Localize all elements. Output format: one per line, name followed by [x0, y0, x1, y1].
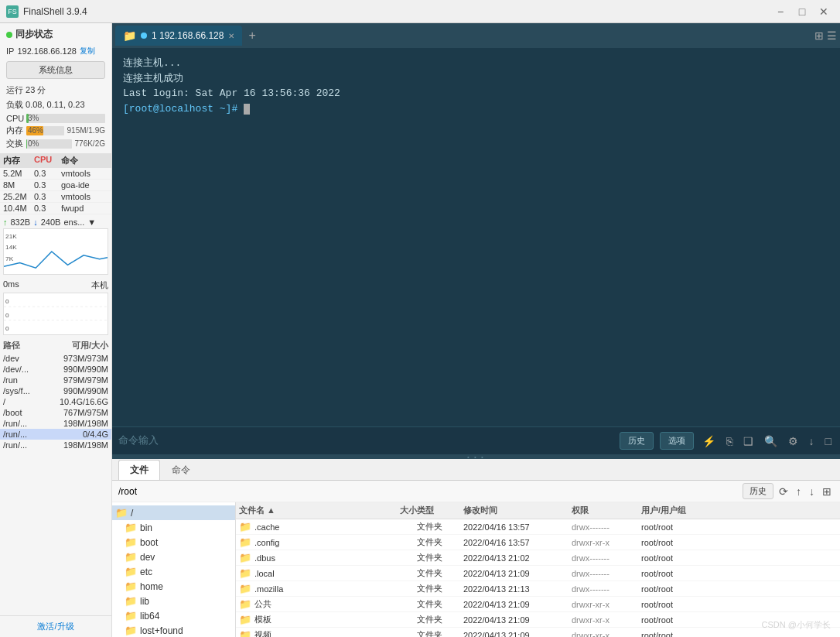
disk-row[interactable]: /boot767M/975M	[0, 407, 111, 418]
disk-size: 10.4G/16.6G	[50, 397, 108, 406]
process-row[interactable]: 25.2M 0.3 vmtools	[0, 191, 111, 203]
process-row[interactable]: 8M 0.3 goa-ide	[0, 180, 111, 191]
disk-row[interactable]: /sys/f...990M/990M	[0, 385, 111, 396]
col-owner[interactable]: 用户/用户组	[641, 505, 837, 516]
disk-path: /run/...	[3, 430, 50, 439]
file-row[interactable]: 📁.local文件夹2022/04/13 21:09drwx-------roo…	[236, 566, 840, 581]
svg-text:0: 0	[5, 299, 9, 306]
net-down-icon: ↓	[33, 217, 38, 227]
disk-row[interactable]: /dev973M/973M	[0, 353, 111, 364]
lightning-icon[interactable]: ⚡	[700, 435, 718, 447]
mem-percent: 46%	[28, 126, 43, 135]
col-date[interactable]: 修改时间	[463, 505, 572, 516]
col-perm[interactable]: 权限	[572, 505, 641, 516]
cpu-percent: 3%	[28, 114, 39, 123]
sysinfo-button[interactable]: 系统信息	[6, 61, 105, 79]
history-button[interactable]: 历史	[620, 432, 654, 450]
load-label: 负载	[6, 100, 23, 109]
proc-mem: 10.4M	[3, 204, 34, 213]
file-row[interactable]: 📁模板文件夹2022/04/13 21:09drwxr-xr-xroot/roo…	[236, 612, 840, 628]
tab-close-button[interactable]: ✕	[228, 32, 234, 40]
file-row[interactable]: 📁.mozilla文件夹2022/04/13 21:13drwx-------r…	[236, 581, 840, 597]
tree-item-lib64[interactable]: 📁 lib64	[112, 608, 235, 623]
tab-command[interactable]: 命令	[160, 460, 202, 480]
svg-text:7K: 7K	[5, 255, 14, 262]
options-button[interactable]: 选项	[660, 432, 694, 450]
col-type[interactable]: 类型	[417, 505, 463, 516]
tree-item-lostfound[interactable]: 📁 lost+found	[112, 623, 235, 637]
mem-detail: 915M/1.9G	[67, 126, 105, 135]
proc-header-mem: 内存	[3, 155, 34, 166]
tree-label: dev	[140, 552, 155, 563]
proc-mem: 8M	[3, 180, 34, 190]
gear-icon[interactable]: ⚙	[786, 435, 801, 447]
copy-ip-button[interactable]: 复制	[80, 46, 95, 57]
tree-item-root[interactable]: 📁 /	[112, 505, 235, 520]
terminal[interactable]: 连接主机... 连接主机成功 Last login: Sat Apr 16 13…	[112, 48, 840, 426]
disk-row[interactable]: /run979M/979M	[0, 375, 111, 385]
download-file-icon[interactable]: ↓	[807, 485, 817, 498]
net-up-icon: ↑	[3, 217, 8, 227]
file-table: 文件名 ▲ 大小 类型 修改时间 权限 用户/用户组 📁.cache文件夹202…	[236, 502, 840, 637]
tab-add-button[interactable]: +	[244, 29, 260, 43]
process-row[interactable]: 10.4M 0.3 fwupd	[0, 203, 111, 214]
col-size[interactable]: 大小	[363, 505, 417, 516]
tab-session[interactable]: 📁 1 192.168.66.128 ✕	[115, 26, 242, 46]
refresh-icon[interactable]: ⟳	[777, 485, 790, 498]
command-input[interactable]	[118, 435, 613, 447]
tree-item-bin[interactable]: 📁 bin	[112, 520, 235, 535]
copy2-icon[interactable]: ❑	[741, 435, 756, 447]
list-view-button[interactable]: ☰	[827, 29, 837, 42]
terminal-line: 连接主机...	[123, 56, 829, 71]
square-icon[interactable]: □	[823, 435, 834, 447]
download-icon[interactable]: ↓	[807, 435, 817, 447]
disk-row[interactable]: /run/...198M/198M	[0, 440, 111, 450]
disk-path: /dev/...	[3, 365, 50, 374]
minimize-button[interactable]: −	[770, 4, 790, 19]
disk-row[interactable]: /dev/...990M/990M	[0, 364, 111, 375]
folder-icon: 📁	[239, 614, 251, 625]
tree-item-dev[interactable]: 📁 dev	[112, 550, 235, 564]
file-row[interactable]: 📁公共文件夹2022/04/13 21:09drwxr-xr-xroot/roo…	[236, 597, 840, 612]
file-row[interactable]: 📁.config文件夹2022/04/16 13:57drwxr-xr-xroo…	[236, 535, 840, 550]
disk-row[interactable]: /10.4G/16.6G	[0, 396, 111, 407]
runtime-row: 运行 23 分	[0, 82, 111, 98]
process-row[interactable]: 5.2M 0.3 vmtools	[0, 168, 111, 180]
file-list: 📁 / 📁 bin 📁 boot 📁 dev	[112, 502, 840, 637]
svg-text:21K: 21K	[5, 233, 17, 240]
col-name[interactable]: 文件名 ▲	[239, 505, 363, 516]
tab-file[interactable]: 文件	[118, 460, 160, 480]
disk-row-highlighted[interactable]: /run/...0/4.4G	[0, 429, 111, 440]
file-row[interactable]: 📁.cache文件夹2022/04/16 13:57drwx-------roo…	[236, 519, 840, 535]
terminal-line: [root@localhost ~]#	[123, 101, 829, 117]
maximize-button[interactable]: □	[792, 4, 812, 19]
disk-path: /run/...	[3, 440, 50, 450]
copy-icon[interactable]: ⎘	[724, 435, 735, 447]
disk-size: 198M/198M	[50, 440, 108, 450]
activate-button[interactable]: 激活/升级	[0, 615, 111, 637]
ip-row: IP 192.168.66.128 复制	[0, 44, 111, 58]
tree-item-boot[interactable]: 📁 boot	[112, 535, 235, 550]
file-row[interactable]: 📁.dbus文件夹2022/04/13 21:02drwx-------root…	[236, 550, 840, 566]
net-down-value: 240B	[41, 217, 61, 227]
cpu-row: CPU 3%	[0, 113, 111, 124]
swap-label: 交换	[6, 138, 23, 149]
tree-item-lib[interactable]: 📁 lib	[112, 594, 235, 608]
disk-row[interactable]: /run/...198M/198M	[0, 418, 111, 429]
network-section: ↑ 832B ↓ 240B ens... ▼ 21K 14K 7K	[0, 214, 111, 276]
file-row[interactable]: 📁视频文件夹2022/04/13 21:09drwxr-xr-xroot/roo…	[236, 628, 840, 637]
grid-view-button[interactable]: ⊞	[814, 29, 824, 42]
ping-value: 0ms	[3, 279, 19, 291]
new-folder-icon[interactable]: ⊞	[820, 485, 834, 498]
net-expand-icon: ▼	[87, 217, 96, 227]
tree-item-home[interactable]: 📁 home	[112, 579, 235, 594]
upload-icon[interactable]: ↑	[794, 485, 804, 498]
close-button[interactable]: ✕	[814, 4, 834, 19]
search-icon[interactable]: 🔍	[762, 435, 780, 447]
folder-icon: 📁	[125, 522, 137, 533]
net-chart: 21K 14K 7K	[3, 228, 108, 275]
tree-label: lib	[140, 596, 149, 607]
process-table: 内存 CPU 命令 5.2M 0.3 vmtools 8M 0.3 goa-id…	[0, 153, 111, 214]
file-history-button[interactable]: 历史	[743, 483, 773, 499]
tree-item-etc[interactable]: 📁 etc	[112, 564, 235, 579]
